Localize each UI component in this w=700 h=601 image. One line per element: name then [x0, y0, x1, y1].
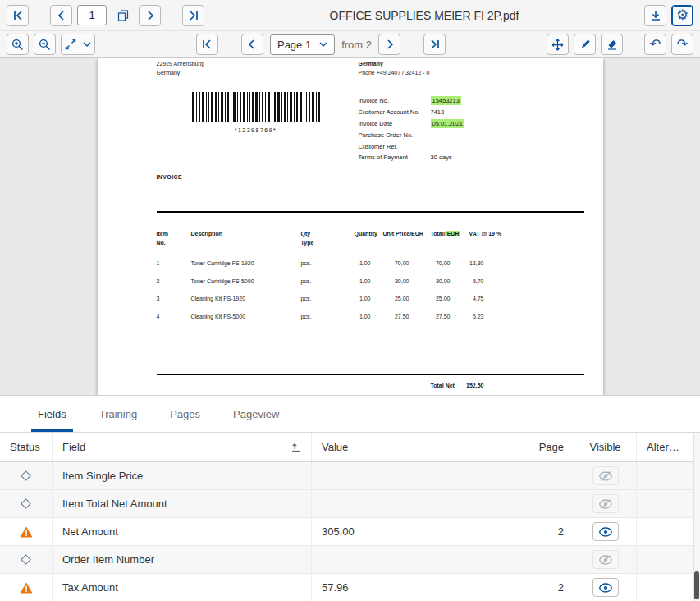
chevron-left-icon — [246, 39, 258, 50]
visibility-toggle-button[interactable] — [592, 578, 619, 597]
zoom-in-button[interactable] — [7, 34, 29, 55]
eraser-icon — [606, 39, 618, 50]
undo-button[interactable]: ↶ — [644, 34, 666, 55]
zoom-in-icon — [11, 39, 24, 51]
pdf-page: 22929 Ahrensburg Germany Germany Phone +… — [98, 58, 603, 396]
field-name-cell: Item Single Price — [53, 462, 312, 489]
page-cell — [510, 546, 574, 573]
page-count-label: from 2 — [341, 39, 372, 51]
items-col-quantity: Quantity — [355, 229, 377, 238]
last-page-button[interactable] — [423, 34, 446, 55]
col-visible[interactable]: Visible — [574, 433, 637, 461]
next-document-button[interactable] — [139, 5, 161, 26]
item-no: 1 — [157, 259, 160, 268]
value-cell[interactable] — [312, 462, 510, 489]
table-scrollbar[interactable] — [693, 433, 700, 601]
scrollbar-thumb[interactable] — [694, 571, 699, 599]
value-cell[interactable]: 305.00 — [312, 518, 510, 545]
annotation-tools-group: ↶ ↷ — [547, 34, 693, 55]
items-col-vat: VAT @ 19 % — [469, 229, 502, 238]
status-cell — [0, 518, 53, 545]
tab-label: Fields — [38, 408, 66, 420]
first-page-icon — [201, 39, 213, 50]
eraser-tool-button[interactable] — [601, 34, 623, 55]
item-quantity: 1,00 — [346, 312, 371, 321]
table-row[interactable]: Order Item Number — [0, 546, 693, 574]
tab-fields[interactable]: Fields — [25, 396, 80, 432]
col-page[interactable]: Page — [510, 433, 574, 461]
previous-document-button[interactable] — [50, 5, 72, 26]
alternatives-cell — [637, 462, 693, 489]
value-cell[interactable] — [312, 490, 510, 517]
field-name-cell: Tax Amount — [53, 574, 312, 601]
item-total: 70,00 — [426, 259, 451, 268]
items-col-qty-type: Qty Type — [301, 229, 314, 247]
item-quantity: 1,00 — [346, 259, 371, 268]
info-row: Purchase Order No. — [359, 129, 547, 140]
tab-pages[interactable]: Pages — [157, 396, 213, 432]
page-cell — [510, 490, 574, 517]
currency-highlight[interactable]: EUR — [446, 231, 461, 236]
redo-button[interactable]: ↷ — [671, 34, 693, 55]
col-status[interactable]: Status — [0, 433, 53, 461]
table-row[interactable]: Net Amount 305.00 2 — [0, 518, 693, 546]
tab-training[interactable]: Training — [86, 396, 150, 432]
field-label: Purchase Order No. — [359, 131, 431, 140]
status-cell — [0, 546, 53, 573]
gear-icon: ⚙ — [676, 8, 689, 22]
next-page-button[interactable] — [378, 34, 400, 55]
pan-tool-button[interactable] — [547, 34, 569, 55]
item-no: 4 — [157, 312, 160, 321]
page-select[interactable]: Page 1 — [270, 34, 335, 55]
info-row: Customer Ref. — [359, 140, 547, 152]
sender-country: Germany — [157, 68, 204, 77]
first-document-button[interactable] — [7, 5, 29, 26]
chevron-down-icon — [319, 42, 327, 47]
invoice-date-highlight[interactable]: 05.01.2021 — [431, 119, 465, 128]
item-total: 27,50 — [426, 312, 451, 321]
table-row[interactable]: Item Single Price — [0, 462, 693, 490]
col-field-label: Field — [62, 441, 85, 453]
zoom-out-button[interactable] — [34, 34, 56, 55]
tab-label: Training — [99, 408, 137, 420]
copy-pages-button[interactable] — [112, 5, 134, 26]
visibility-toggle-button[interactable] — [592, 550, 619, 569]
document-number-input[interactable] — [77, 5, 107, 25]
col-value[interactable]: Value — [312, 433, 510, 461]
document-actions-group: ⚙ — [644, 5, 693, 26]
viewer-toolbar: Page 1 from 2 ↶ — [0, 31, 700, 58]
first-page-button[interactable] — [196, 34, 218, 55]
col-alternatives[interactable]: Alter… — [637, 433, 693, 461]
status-cell — [0, 574, 53, 601]
download-button[interactable] — [644, 5, 666, 26]
value-cell[interactable] — [312, 546, 510, 573]
item-unit-price: 70,00 — [385, 259, 409, 268]
fields-table: Status Field Value Page Visible Alter… I… — [0, 433, 693, 601]
item-quantity: 1,00 — [346, 294, 371, 303]
pdf-viewer-canvas[interactable]: 22929 Ahrensburg Germany Germany Phone +… — [0, 58, 700, 396]
settings-button[interactable]: ⚙ — [671, 5, 693, 26]
visibility-toggle-button[interactable] — [592, 522, 619, 541]
visibility-toggle-button[interactable] — [592, 466, 619, 485]
item-description: Cleaning Kit FS-1920 — [191, 294, 246, 303]
download-icon — [650, 10, 661, 21]
draw-tool-button[interactable] — [574, 34, 596, 55]
table-row[interactable]: Tax Amount 57.96 2 — [0, 574, 693, 601]
fields-table-header: Status Field Value Page Visible Alter… — [0, 433, 693, 462]
field-label: Invoice Date — [359, 119, 431, 128]
col-field[interactable]: Field — [53, 433, 312, 461]
items-col-item-no: Item No. — [157, 229, 168, 247]
total-net-label: Total Net — [431, 381, 455, 390]
table-row[interactable]: Item Total Net Amount — [0, 490, 693, 518]
previous-page-button[interactable] — [241, 34, 263, 55]
document-nav-group — [7, 5, 204, 26]
value-cell[interactable]: 57.96 — [312, 574, 510, 601]
zoom-out-icon — [39, 39, 51, 51]
last-document-button[interactable] — [182, 5, 204, 26]
visibility-toggle-button[interactable] — [592, 494, 619, 513]
item-total: 30,00 — [426, 277, 451, 286]
alternatives-cell — [637, 518, 693, 545]
tab-pageview[interactable]: Pageview — [220, 396, 292, 432]
invoice-number-highlight[interactable]: 15453213 — [431, 96, 461, 105]
zoom-fit-dropdown[interactable] — [61, 34, 95, 55]
